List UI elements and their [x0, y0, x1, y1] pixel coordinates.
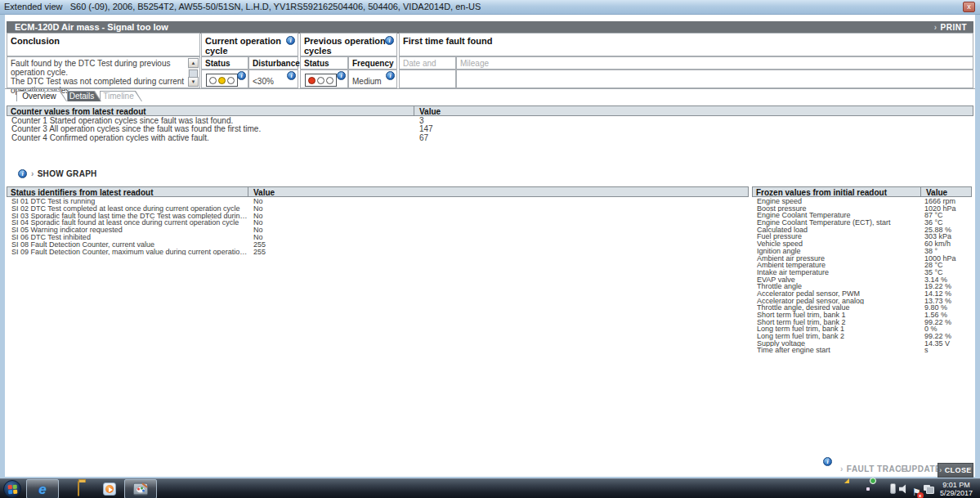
info-icon[interactable]: i: [386, 71, 395, 80]
internet-explorer-icon: e: [38, 482, 46, 496]
scroll-up-icon[interactable]: ▲: [188, 58, 199, 68]
vida-app-icon: [133, 483, 148, 496]
table-row: Counter 1 Started operation cycles since…: [7, 117, 973, 125]
mileage-value-cell: [456, 70, 973, 88]
chevron-icon: [899, 464, 906, 473]
row-label: Supply voltage: [757, 340, 920, 348]
row-label: Throttle angle: [757, 283, 920, 290]
current-cycle-header-cell: Current operation cycle i: [201, 33, 298, 56]
info-icon[interactable]: i: [337, 71, 346, 80]
row-label: SI 06 DTC Test inhibited: [11, 234, 248, 241]
table-row: Vehicle speed 60 km/h: [752, 240, 972, 248]
row-label: SI 05 Warning indicator requested: [11, 227, 248, 234]
counter-table-title: Counter values from latest readout: [11, 107, 146, 116]
row-label: Counter 4 Confirmed operation cycles wit…: [11, 134, 409, 142]
table-row: SI 05 Warning indicator requested No: [7, 227, 749, 234]
show-graph-button[interactable]: SHOW GRAPH: [31, 169, 97, 178]
start-button[interactable]: [3, 480, 21, 498]
current-status-traffic-light: [206, 74, 238, 87]
dtc-header-bar: ECM-120D Air mass - Signal too low PRINT: [7, 21, 973, 34]
tab-overview[interactable]: Overview: [16, 91, 67, 101]
conclusion-body-cell: Fault found by the DTC Test during previ…: [7, 56, 200, 88]
table-row: Time after engine start s: [752, 347, 972, 354]
previous-cycles-header-cell: Previous operation cycles i: [300, 33, 397, 56]
status-value-header: Value: [248, 187, 275, 196]
taskbar: e ⚑x 9:01 PM 5/29/2017: [0, 478, 980, 498]
conclusion-scrollbar[interactable]: ▲ ▼: [188, 58, 199, 87]
current-status-label: Status: [202, 57, 248, 70]
counter-value-header: Value: [414, 106, 441, 115]
date-header-cell: Date and time: [399, 56, 456, 70]
info-icon[interactable]: i: [237, 71, 246, 80]
info-icon[interactable]: i: [287, 71, 296, 80]
file-explorer-taskbar-button[interactable]: [62, 479, 95, 498]
fault-trace-button[interactable]: FAULT TRACE: [840, 464, 907, 473]
close-button[interactable]: CLOSE: [937, 463, 973, 478]
conclusion-header-cell: Conclusion: [7, 33, 200, 56]
scroll-down-icon[interactable]: ▼: [188, 77, 199, 87]
row-label: Engine speed: [757, 198, 920, 205]
frozen-table-header: Frozen values from initial readout Value: [752, 186, 972, 197]
internet-explorer-taskbar-button[interactable]: e: [26, 479, 59, 498]
row-label: Engine Coolant Temperature: [757, 212, 920, 219]
table-row: Supply voltage 14.35 V: [752, 340, 972, 348]
print-label: PRINT: [941, 23, 968, 32]
table-row: SI 01 DTC Test is running No: [7, 198, 749, 205]
info-icon[interactable]: i: [286, 36, 295, 45]
tray-volume-icon[interactable]: [899, 484, 910, 494]
current-cycle-title: Current operation cycle: [202, 34, 298, 58]
frequency-value-cell: Medium i: [348, 70, 397, 88]
table-row: Counter 4 Confirmed operation cycles wit…: [7, 134, 973, 142]
taskbar-clock[interactable]: 9:01 PM 5/29/2017: [935, 481, 978, 497]
media-player-taskbar-button[interactable]: [93, 479, 126, 498]
info-icon[interactable]: i: [385, 36, 394, 45]
tray-device-icon[interactable]: [890, 483, 896, 494]
row-label: Accelerator pedal sensor, PWM: [757, 290, 920, 298]
vida-taskbar-button[interactable]: [124, 479, 157, 498]
date-value-cell: [399, 70, 456, 88]
windows-logo-icon: [8, 485, 18, 495]
status-light-off: [317, 77, 324, 84]
tab-details[interactable]: Details: [67, 91, 101, 101]
mileage-header-cell: Mileage: [456, 56, 973, 70]
chevron-icon: [934, 23, 941, 32]
fault-trace-label: FAULT TRACE: [847, 464, 907, 473]
status-light-off: [326, 77, 333, 84]
status-table-rows: SI 01 DTC Test is running No SI 02 DTC T…: [7, 198, 749, 255]
row-label: Vehicle speed: [757, 240, 920, 248]
table-row: SI 09 Fault Detection Counter, maximum v…: [7, 249, 749, 256]
table-row: SI 02 DTC Test completed at least once d…: [7, 205, 749, 213]
row-label: SI 09 Fault Detection Counter, maximum v…: [11, 249, 248, 256]
table-row: SI 08 Fault Detection Counter, current v…: [7, 241, 749, 249]
window-title: Extended view S60 (-09), 2006, B5254T2, …: [4, 2, 481, 11]
row-label: Calculated load: [757, 227, 920, 234]
tray-network-icon[interactable]: [924, 485, 934, 494]
row-label: SI 02 DTC Test completed at least once d…: [11, 205, 248, 213]
clock-time: 9:01 PM: [935, 481, 978, 489]
tray-action-center-icon[interactable]: ⚑x: [912, 487, 921, 498]
row-value: 67: [419, 134, 428, 142]
previous-status-label: Status: [301, 57, 347, 70]
row-value: 147: [419, 125, 433, 133]
print-button[interactable]: PRINT: [934, 21, 967, 34]
tab-overview-label: Overview: [16, 91, 67, 101]
close-label: CLOSE: [945, 466, 972, 474]
tab-timeline[interactable]: Timeline: [100, 91, 142, 101]
row-value: s: [924, 347, 929, 354]
table-row: SI 06 DTC Test inhibited No: [7, 234, 749, 241]
row-label: Ignition angle: [757, 248, 920, 255]
row-label: Intake air temperature: [757, 269, 920, 276]
table-row: Counter 3 All operation cycles since the…: [7, 125, 973, 133]
row-label: SI 03 Sporadic fault found last time the…: [11, 213, 248, 220]
info-icon[interactable]: i: [18, 169, 27, 178]
row-label: Long term fuel trim, bank 2: [757, 333, 920, 340]
row-label: SI 01 DTC Test is running: [11, 198, 248, 205]
window-titlebar[interactable]: Extended view S60 (-09), 2006, B5254T2, …: [0, 0, 980, 15]
info-icon[interactable]: i: [823, 457, 832, 466]
previous-status-traffic-light: [305, 74, 337, 87]
window-close-icon[interactable]: x: [963, 2, 975, 12]
row-label: Throttle angle, desired value: [757, 304, 920, 312]
row-label: Engine Coolant Temperature (ECT), start: [757, 219, 920, 227]
update-button[interactable]: UPDATE: [899, 464, 941, 473]
row-value: 255: [253, 249, 266, 256]
